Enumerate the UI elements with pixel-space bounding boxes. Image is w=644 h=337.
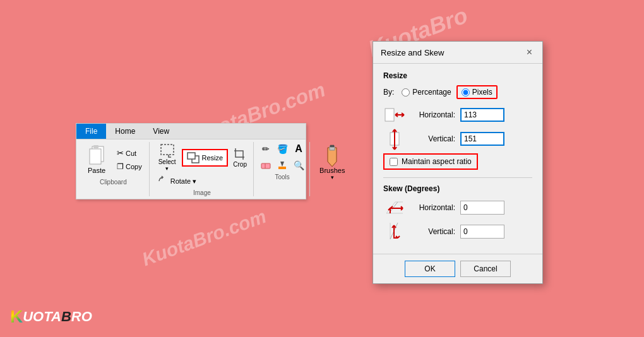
tools-row-1: ✏ 🪣 A <box>259 142 306 156</box>
maintain-aspect-text: Maintain aspect ratio <box>402 157 472 166</box>
dialog-titlebar: Resize and Skew × <box>373 42 542 64</box>
logo-ro: RO <box>71 309 92 325</box>
pixels-radio[interactable] <box>462 88 470 97</box>
skew-horizontal-label: Horizontal: <box>411 203 455 212</box>
svg-rect-8 <box>385 109 394 121</box>
skew-vertical-label: Vertical: <box>411 227 455 236</box>
color-picker-icon <box>277 160 287 170</box>
cancel-button[interactable]: Cancel <box>460 261 511 277</box>
maintain-aspect-label[interactable]: Maintain aspect ratio <box>383 153 478 170</box>
tools-label: Tools <box>275 174 289 180</box>
tab-file[interactable]: File <box>76 124 106 139</box>
eraser-button[interactable] <box>259 158 273 172</box>
select-arrow: ▾ <box>165 165 169 172</box>
skew-horizontal-row: Horizontal: <box>383 198 532 217</box>
resize-by-row: By: Percentage Pixels <box>383 85 532 99</box>
svg-rect-5 <box>261 163 270 168</box>
logo-uota: UOTA <box>23 309 61 325</box>
paint-ribbon: File Home View Paste <box>76 123 306 199</box>
image-buttons: Select ▾ Resize <box>155 142 249 188</box>
paste-area: Paste <box>81 142 112 177</box>
brushes-icon <box>323 145 342 167</box>
skew-horizontal-icon <box>383 198 406 217</box>
svg-rect-2 <box>93 145 98 148</box>
brushes-section: Brushes ▾ <box>311 142 353 196</box>
crop-label: Crop <box>233 161 247 168</box>
svg-rect-7 <box>278 167 286 169</box>
fill-button[interactable]: 🪣 <box>275 142 289 156</box>
brushes-label: Brushes <box>319 167 345 174</box>
resize-skew-dialog: Resize and Skew × Resize By: Percentage … <box>373 41 543 284</box>
color-picker-button[interactable] <box>275 158 289 172</box>
select-label: Select <box>158 158 176 165</box>
logo: K UOTA B RO <box>10 307 92 327</box>
paste-button[interactable]: Paste <box>81 142 112 177</box>
skew-h-icon <box>384 199 405 216</box>
copy-icon: ❐ <box>117 162 124 171</box>
crop-icon <box>233 147 247 161</box>
tools-area: ✏ 🪣 A <box>259 142 306 172</box>
cut-copy-area: ✂ Cut ❐ Copy <box>114 146 145 173</box>
horizontal-icon <box>384 107 405 123</box>
paste-label: Paste <box>88 167 105 174</box>
vertical-resize-row: Vertical: <box>383 129 532 148</box>
skew-vertical-icon <box>383 222 406 241</box>
image-row-1: Select ▾ Resize <box>155 142 249 173</box>
text-button[interactable]: A <box>292 142 306 156</box>
tab-view[interactable]: View <box>144 124 178 139</box>
ribbon-body: Paste ✂ Cut ❐ Copy Clipboard <box>76 139 306 199</box>
skew-vertical-row: Vertical: <box>383 222 532 241</box>
brushes-arrow: ▾ <box>331 174 334 180</box>
ribbon-tab-bar: File Home View <box>76 124 306 139</box>
skew-horizontal-input[interactable] <box>460 201 504 215</box>
copy-label: Copy <box>126 163 142 170</box>
dialog-close-button[interactable]: × <box>524 47 535 58</box>
image-label: Image <box>193 189 211 196</box>
crop-button[interactable]: Crop <box>230 146 249 169</box>
image-row-2: Rotate ▾ <box>155 174 249 188</box>
resize-button[interactable]: Resize <box>182 149 228 167</box>
ok-button[interactable]: OK <box>405 261 455 277</box>
image-section: Select ▾ Resize <box>151 142 254 196</box>
skew-v-icon <box>384 222 405 242</box>
tools-row-2: 🔍 <box>259 158 306 172</box>
horizontal-resize-icon <box>383 105 406 124</box>
horizontal-resize-row: Horizontal: <box>383 105 532 124</box>
cut-button[interactable]: ✂ Cut <box>114 146 145 160</box>
maintain-aspect-checkbox[interactable] <box>390 158 398 166</box>
resize-label: Resize <box>201 154 223 162</box>
logo-b: B <box>61 309 71 325</box>
eraser-icon <box>261 161 271 170</box>
clipboard-section: Paste ✂ Cut ❐ Copy Clipboard <box>78 142 150 196</box>
tab-home[interactable]: Home <box>106 124 144 139</box>
percentage-label: Percentage <box>412 88 451 97</box>
select-icon <box>160 143 175 158</box>
brushes-button[interactable]: Brushes ▾ <box>315 142 349 184</box>
magnifier-button[interactable]: 🔍 <box>292 158 306 172</box>
copy-button[interactable]: ❐ Copy <box>114 160 145 173</box>
pencil-button[interactable]: ✏ <box>259 142 273 156</box>
horizontal-resize-input[interactable] <box>460 108 504 122</box>
dialog-title: Resize and Skew <box>381 48 444 57</box>
resize-icon <box>187 152 200 163</box>
select-button[interactable]: Select ▾ <box>155 142 180 173</box>
clipboard-label: Clipboard <box>100 179 127 186</box>
pixels-radio-label[interactable]: Pixels <box>456 85 498 99</box>
skew-vertical-input[interactable] <box>460 225 504 239</box>
rotate-label: Rotate ▾ <box>170 177 196 186</box>
vertical-resize-label: Vertical: <box>411 134 455 143</box>
dialog-body: Resize By: Percentage Pixels <box>373 64 542 254</box>
logo-k: K <box>10 307 23 327</box>
percentage-radio-label[interactable]: Percentage <box>402 88 451 97</box>
horizontal-resize-label: Horizontal: <box>411 110 455 119</box>
dialog-buttons: OK Cancel <box>373 254 542 283</box>
rotate-button[interactable]: Rotate ▾ <box>155 174 199 188</box>
skew-section-title: Skew (Degrees) <box>383 184 532 193</box>
percentage-radio[interactable] <box>402 88 410 97</box>
maintain-aspect-container: Maintain aspect ratio <box>383 153 532 170</box>
scissors-icon: ✂ <box>117 148 124 158</box>
vertical-resize-input[interactable] <box>460 132 504 146</box>
resize-section-title: Resize <box>383 71 532 80</box>
tools-section: ✏ 🪣 A <box>255 142 310 196</box>
paste-icon <box>87 145 106 167</box>
